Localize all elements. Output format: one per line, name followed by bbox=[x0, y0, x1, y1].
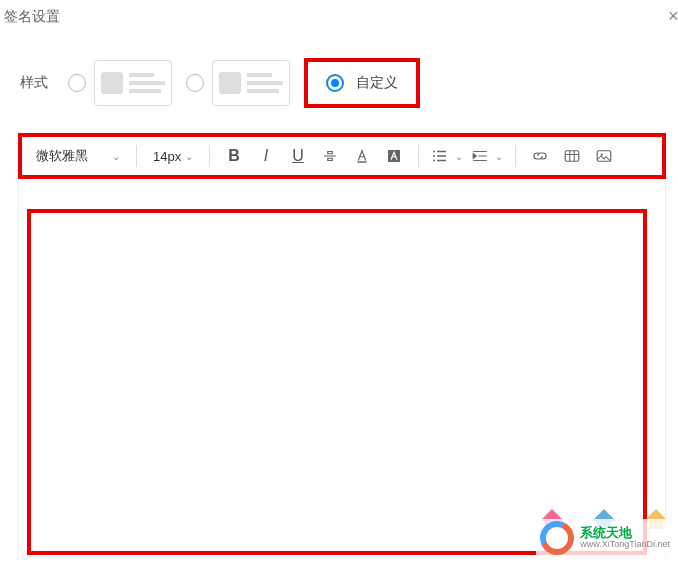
editor-container bbox=[18, 181, 666, 559]
style-options-row: 样式 自定义 bbox=[20, 58, 420, 108]
list-button[interactable]: ⌄ bbox=[427, 142, 467, 170]
signature-editor[interactable] bbox=[27, 209, 647, 555]
style-option-template2[interactable] bbox=[186, 60, 290, 106]
watermark-cn: 系统天地 bbox=[580, 526, 670, 540]
font-family-select[interactable]: 微软雅黑 ⌄ bbox=[28, 142, 128, 170]
watermark: 系统天地 www.XiTongTianDi.net bbox=[536, 519, 674, 557]
table-icon bbox=[563, 147, 581, 165]
table-button[interactable] bbox=[556, 142, 588, 170]
radio-icon bbox=[186, 74, 204, 92]
template-thumb-1 bbox=[94, 60, 172, 106]
indent-button[interactable]: ⌄ bbox=[467, 142, 507, 170]
indent-icon bbox=[471, 147, 489, 165]
link-icon bbox=[531, 147, 549, 165]
style-option-custom[interactable]: 自定义 bbox=[304, 58, 420, 108]
radio-icon bbox=[68, 74, 86, 92]
style-label: 样式 bbox=[20, 74, 48, 92]
image-button[interactable] bbox=[588, 142, 620, 170]
italic-button[interactable]: I bbox=[250, 142, 282, 170]
chevron-down-icon: ⌄ bbox=[455, 151, 463, 162]
strikethrough-button[interactable] bbox=[314, 142, 346, 170]
underline-button[interactable]: U bbox=[282, 142, 314, 170]
link-button[interactable] bbox=[524, 142, 556, 170]
image-icon bbox=[595, 147, 613, 165]
custom-option-label: 自定义 bbox=[356, 74, 398, 92]
highlight-icon bbox=[385, 147, 403, 165]
font-color-button[interactable] bbox=[346, 142, 378, 170]
style-option-template1[interactable] bbox=[68, 60, 172, 106]
font-size-select[interactable]: 14px ⌄ bbox=[145, 142, 201, 170]
radio-icon-selected bbox=[326, 74, 344, 92]
font-color-icon bbox=[353, 147, 371, 165]
strikethrough-icon bbox=[321, 147, 339, 165]
svg-point-3 bbox=[433, 155, 435, 157]
font-size-value: 14px bbox=[153, 149, 181, 164]
editor-toolbar: 微软雅黑 ⌄ 14px ⌄ B I U ⌄ ⌄ bbox=[18, 133, 666, 179]
svg-rect-0 bbox=[358, 161, 367, 163]
template-thumb-2 bbox=[212, 60, 290, 106]
close-icon[interactable]: × bbox=[668, 6, 678, 27]
dialog-title: 签名设置 bbox=[4, 8, 60, 26]
svg-point-4 bbox=[433, 160, 435, 162]
watermark-logo-icon bbox=[540, 521, 574, 555]
bold-button[interactable]: B bbox=[218, 142, 250, 170]
font-family-value: 微软雅黑 bbox=[36, 147, 88, 165]
highlight-button[interactable] bbox=[378, 142, 410, 170]
svg-rect-5 bbox=[565, 151, 579, 162]
watermark-en: www.XiTongTianDi.net bbox=[580, 540, 670, 550]
svg-point-2 bbox=[433, 151, 435, 153]
chevron-down-icon: ⌄ bbox=[185, 151, 193, 162]
chevron-down-icon: ⌄ bbox=[495, 151, 503, 162]
list-icon bbox=[431, 147, 449, 165]
svg-point-7 bbox=[601, 153, 603, 155]
chevron-down-icon: ⌄ bbox=[112, 151, 120, 162]
